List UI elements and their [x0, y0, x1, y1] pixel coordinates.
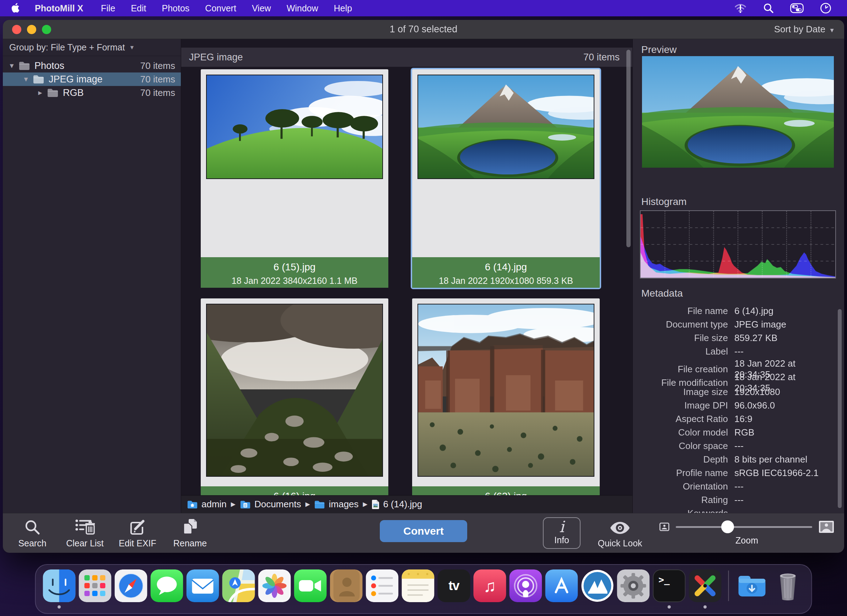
- file-details: 18 Jan 2022 3840x2160 1.1 MB: [201, 276, 388, 286]
- thumbnail-card[interactable]: 6 (63).jpg: [412, 298, 600, 495]
- thumbnail-card[interactable]: 6 (16).jpg: [201, 298, 388, 495]
- control-center-icon[interactable]: [790, 3, 804, 13]
- menu-photos[interactable]: Photos: [162, 3, 190, 13]
- group-header-count: 70 items: [583, 52, 624, 63]
- sidebar-item-jpeg-image[interactable]: JPEG image 70 items: [3, 72, 181, 86]
- breadcrumb-label: Documents: [254, 499, 301, 510]
- thumbnail-card[interactable]: 6 (15).jpg 18 Jan 2022 3840x2160 1.1 MB: [201, 69, 388, 288]
- dock-separator: [728, 570, 729, 601]
- breadcrumb-item-file[interactable]: 6 (14).jpg: [372, 499, 422, 510]
- zoom-slider-knob[interactable]: [721, 520, 734, 533]
- thumbnail-label: 6 (15).jpg 18 Jan 2022 3840x2160 1.1 MB: [201, 257, 388, 288]
- dock-appstore-icon[interactable]: [545, 569, 578, 602]
- dock-mountain-app-icon[interactable]: [581, 569, 614, 602]
- breadcrumb-label: admin: [201, 499, 227, 510]
- dock-notes-icon[interactable]: [402, 569, 434, 602]
- metadata-value: 6 (14).jpg: [734, 305, 834, 317]
- breadcrumb-item-documents[interactable]: Documents: [240, 499, 301, 510]
- disclosure-chevron-icon[interactable]: [21, 75, 31, 84]
- group-by-dropdown[interactable]: Group by: File Type + Format: [3, 39, 181, 56]
- metadata-label: File creation: [633, 364, 728, 375]
- button-label: Quick Look: [598, 538, 642, 548]
- histogram-section-title: Histogram: [641, 196, 687, 208]
- convert-button[interactable]: Convert: [380, 520, 467, 542]
- metadata-scrollbar[interactable]: [838, 309, 842, 508]
- breadcrumb-item-images[interactable]: images: [314, 499, 359, 510]
- edit-exif-button[interactable]: Edit EXIF: [117, 517, 158, 548]
- dock-reminders-icon[interactable]: [366, 569, 398, 602]
- browser-content: JPEG image 70 items 6 (15).jpg: [181, 39, 632, 513]
- group-header: JPEG image 70 items: [181, 48, 632, 67]
- metadata-row: Image size1920x1080: [633, 385, 834, 399]
- documents-icon: [181, 517, 199, 535]
- button-label: Info: [554, 535, 569, 545]
- inspector-panel: Preview Histogram: [632, 39, 844, 513]
- breadcrumb-item-admin[interactable]: admin: [187, 499, 227, 510]
- search-icon[interactable]: [763, 3, 774, 13]
- dock-photos-icon[interactable]: [258, 569, 291, 602]
- menu-convert[interactable]: Convert: [205, 3, 236, 13]
- file-name: 6 (63).jpg: [412, 491, 600, 495]
- sort-by-dropdown[interactable]: Sort by Date: [774, 24, 835, 35]
- menu-bar: PhotoMill X File Edit Photos Convert Vie…: [0, 0, 847, 16]
- disclosure-chevron-icon[interactable]: [35, 88, 46, 97]
- dock-safari-icon[interactable]: [115, 569, 148, 602]
- menu-help[interactable]: Help: [334, 3, 352, 13]
- rename-button[interactable]: Rename: [169, 517, 211, 548]
- menu-view[interactable]: View: [252, 3, 271, 13]
- dock-photomill-icon[interactable]: [689, 569, 722, 602]
- zoom-slider[interactable]: [676, 526, 812, 528]
- wifi-alert-icon[interactable]: [734, 3, 747, 14]
- quick-look-button[interactable]: Quick Look: [593, 517, 646, 548]
- metadata-value: ---: [734, 481, 834, 492]
- thumbnail-card-selected[interactable]: 6 (14).jpg 18 Jan 2022 1920x1080 859.3 K…: [412, 69, 600, 288]
- dock-facetime-icon[interactable]: [294, 569, 327, 602]
- home-folder-icon: [187, 500, 198, 509]
- image-file-icon: [372, 500, 379, 510]
- active-app-name[interactable]: PhotoMill X: [35, 3, 83, 13]
- dock-downloads-icon[interactable]: [736, 569, 769, 602]
- dock-finder-icon[interactable]: [43, 569, 76, 602]
- info-button[interactable]: i Info: [543, 517, 580, 549]
- dock-maps-icon[interactable]: [223, 569, 255, 602]
- dock-music-icon[interactable]: ♫: [474, 569, 506, 602]
- button-label: Clear List: [66, 538, 104, 548]
- preview-image: [642, 56, 834, 168]
- sidebar-item-rgb[interactable]: RGB 70 items: [3, 86, 181, 99]
- dock-mail-icon[interactable]: [186, 569, 219, 602]
- search-button[interactable]: Search: [11, 517, 53, 548]
- metadata-row: Rating---: [633, 493, 834, 507]
- menu-file[interactable]: File: [101, 3, 115, 13]
- sidebar-item-photos[interactable]: Photos 70 items: [3, 59, 181, 72]
- dock-messages-icon[interactable]: [151, 569, 183, 602]
- menu-window[interactable]: Window: [287, 3, 318, 13]
- folder-icon: [47, 88, 59, 97]
- dock-contacts-icon[interactable]: [330, 569, 363, 602]
- item-count: 70 items: [140, 60, 175, 71]
- dock-settings-icon[interactable]: [617, 569, 650, 602]
- menu-edit[interactable]: Edit: [131, 3, 146, 13]
- metadata-value: 16:9: [734, 414, 834, 424]
- window-titlebar[interactable]: 1 of 70 selected Sort by Date: [3, 20, 844, 39]
- metadata-row: Aspect Ratio16:9: [633, 412, 834, 426]
- slider-label: Zoom: [735, 535, 758, 546]
- apple-menu-icon[interactable]: [11, 3, 23, 13]
- dock-tv-icon[interactable]: tv: [438, 569, 471, 602]
- thumbnail-label: 6 (63).jpg: [412, 486, 600, 495]
- dock-terminal-icon[interactable]: >_: [653, 569, 686, 602]
- metadata-row: Color space---: [633, 439, 834, 452]
- metadata-row: File size859.27 KB: [633, 331, 834, 345]
- list-trash-icon: [75, 517, 95, 535]
- clock-icon[interactable]: [820, 3, 831, 14]
- dock-trash-icon[interactable]: [772, 569, 804, 602]
- breadcrumb-label: 6 (14).jpg: [383, 499, 422, 510]
- content-scrollbar[interactable]: [626, 50, 631, 247]
- dock-launchpad-icon[interactable]: [79, 569, 112, 602]
- dock-podcasts-icon[interactable]: [509, 569, 542, 602]
- metadata-label: File size: [633, 333, 728, 343]
- bottom-toolbar: Search Clear List Edit EXIF: [3, 513, 844, 553]
- large-image-icon: [819, 520, 834, 533]
- disclosure-chevron-icon[interactable]: [6, 61, 17, 70]
- metadata-value: 96.0x96.0: [734, 400, 834, 411]
- clear-list-button[interactable]: Clear List: [64, 517, 106, 548]
